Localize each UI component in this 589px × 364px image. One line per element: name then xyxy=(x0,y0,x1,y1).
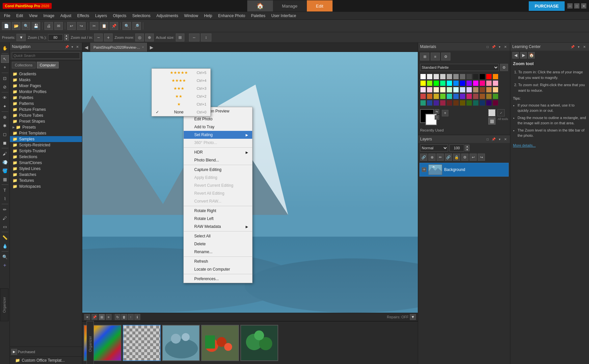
layer-tool-6[interactable]: ⚙ xyxy=(461,154,469,161)
layer-tool-8[interactable]: ↪ xyxy=(478,154,485,161)
shape-tool[interactable]: ▭ xyxy=(1,223,9,231)
tree-item-styled-lines[interactable]: 📁Styled Lines xyxy=(10,166,82,172)
swatch-white[interactable] xyxy=(420,74,426,80)
actual-size-btn[interactable]: ⊞ xyxy=(176,34,184,41)
menu-item-view[interactable]: View xyxy=(26,12,40,19)
swatch-lt-gray3[interactable] xyxy=(440,74,446,80)
ctx-preferences[interactable]: Preferences... xyxy=(184,275,252,283)
rating-1-star[interactable]: ★ Ctrl+1 xyxy=(152,100,210,108)
undo-button[interactable]: ↩ xyxy=(67,22,76,30)
swatch-gray2[interactable] xyxy=(453,74,459,80)
nav-options-button[interactable]: ▾ xyxy=(69,44,75,49)
color-dropper[interactable]: 💧 xyxy=(1,242,9,250)
zoom-less-btn[interactable]: ⊕ xyxy=(145,34,154,41)
ctx-raw-metadata[interactable]: RAW Metadata ▶ xyxy=(184,223,252,231)
tree-item-swatches[interactable]: 📁Swatches xyxy=(10,172,82,178)
lc-options-button[interactable]: ▾ xyxy=(576,44,581,49)
mat-pin-button[interactable]: 📌 xyxy=(491,44,496,49)
menu-item-enhance-photo[interactable]: Enhance Photo xyxy=(216,12,248,19)
nav-pin-button[interactable]: 📌 xyxy=(64,44,69,49)
all-tools-btn[interactable]: ✓ xyxy=(497,109,505,116)
swatch-red[interactable] xyxy=(486,74,492,80)
zoom-tool[interactable]: 🔍 xyxy=(1,253,9,261)
swatch-magenta[interactable] xyxy=(473,80,479,86)
layer-visibility-icon[interactable]: 👁 xyxy=(422,167,426,172)
menu-item-window[interactable]: Window xyxy=(181,12,201,19)
open-button[interactable]: 📂 xyxy=(12,22,20,30)
computer-tab[interactable]: Computer xyxy=(37,62,59,68)
gradient-btn[interactable]: ▦ xyxy=(488,117,495,125)
swatch-cyan[interactable] xyxy=(446,80,452,86)
swatch-vlt-pink[interactable] xyxy=(420,87,426,93)
paint-bucket-tool[interactable]: 🪣 xyxy=(1,167,9,175)
swap-colors-btn[interactable]: ⇆ xyxy=(435,109,439,114)
ctx-rotate-right[interactable]: Rotate Right xyxy=(184,207,252,215)
swatch-lt-purple[interactable] xyxy=(466,87,472,93)
eraser-tool[interactable]: ◻ xyxy=(1,130,9,138)
swatch-lt-blue[interactable] xyxy=(460,87,466,93)
tree-item-scripts-restricted[interactable]: 📁Scripts-Restricted xyxy=(10,142,82,148)
tree-item-scripts-trusted[interactable]: 📁Scripts-Trusted xyxy=(10,148,82,154)
zoom-down-button[interactable]: ▼ xyxy=(64,37,69,41)
tree-item-picture-frames[interactable]: 📁Picture Frames xyxy=(10,107,82,112)
rating-none[interactable]: ✓ None Ctrl+0 xyxy=(152,108,210,116)
fit-height-btn[interactable]: ↕ xyxy=(201,34,211,41)
rating-5-stars[interactable]: ★★★★★ Ctrl+5 xyxy=(152,69,210,77)
lc-back-button[interactable]: ◀ xyxy=(512,52,519,59)
organizer-tab[interactable]: Organizer xyxy=(0,288,9,321)
clone-tool[interactable]: ⊕ xyxy=(1,113,9,121)
mat-view-btn1[interactable]: ⊞ xyxy=(420,53,429,61)
swatch-lt-yellow[interactable] xyxy=(440,87,446,93)
swatch-yellow-green[interactable] xyxy=(427,80,433,86)
layers-close-button[interactable]: ✕ xyxy=(503,136,508,142)
menu-item-adjustments[interactable]: Adjustments xyxy=(154,12,181,19)
menu-item-edit[interactable]: Edit xyxy=(13,12,26,19)
swatch-lt-gray1[interactable] xyxy=(427,74,433,80)
rating-3-stars[interactable]: ★★★ Ctrl+3 xyxy=(152,85,210,92)
ctx-capture-editing[interactable]: Capture Editing xyxy=(184,166,252,174)
swatch-black[interactable] xyxy=(479,74,485,80)
redo-button[interactable]: ↪ xyxy=(77,22,86,30)
tree-item-preset-shapes[interactable]: 📁Preset Shapes xyxy=(10,118,82,124)
measure-tool[interactable]: 📏 xyxy=(1,233,9,241)
swatch-gold[interactable] xyxy=(433,93,439,99)
collections-tab[interactable]: Collections xyxy=(12,62,36,68)
swatch-orange[interactable] xyxy=(493,74,498,80)
layer-tool-2[interactable]: ⊕ xyxy=(428,154,436,161)
swatch-lt-gray2[interactable] xyxy=(433,74,439,80)
blend-mode-select[interactable]: Normal Multiply Screen xyxy=(420,144,448,152)
cut-button[interactable]: ✂ xyxy=(90,22,98,30)
pen-tool[interactable]: 🖊 xyxy=(1,214,9,222)
swatch-dark-rose[interactable] xyxy=(466,93,472,99)
swatch-hot-pink[interactable] xyxy=(479,80,485,86)
swatch-teal[interactable] xyxy=(446,93,452,99)
paintbrush-tool[interactable]: 🖌 xyxy=(1,150,9,158)
lasso-tool[interactable]: ⌖ xyxy=(1,63,9,71)
swatch-sky-blue[interactable] xyxy=(453,80,459,86)
zoom-out-button[interactable]: 🔎 xyxy=(132,22,141,30)
nav-close-button[interactable]: ✕ xyxy=(75,44,80,49)
crop-tool[interactable]: ⊡ xyxy=(1,74,9,82)
retouch-tool[interactable]: ✱ xyxy=(1,122,9,130)
ctx-refresh[interactable]: Refresh xyxy=(184,257,252,265)
opacity-up-btn[interactable]: ▲ xyxy=(465,145,469,148)
swatch-violet[interactable] xyxy=(460,93,466,99)
swatch-rust[interactable] xyxy=(427,93,433,99)
swatch-dk-gray1[interactable] xyxy=(466,74,472,80)
swatch-lime[interactable] xyxy=(440,93,446,99)
print-button[interactable]: 🖨 xyxy=(44,22,53,30)
mat-view-btn2[interactable]: ≡ xyxy=(431,53,440,61)
ctx-set-rating[interactable]: Set Rating ▶ xyxy=(184,131,252,139)
ctx-locate-on-computer[interactable]: Locate on Computer xyxy=(184,265,252,273)
swatch-dk-gray2[interactable] xyxy=(473,74,479,80)
browse-button[interactable]: 🔍 xyxy=(22,22,30,30)
opacity-down-btn[interactable]: ▼ xyxy=(465,148,469,151)
nav-search-input[interactable] xyxy=(12,52,80,59)
zoom-input[interactable] xyxy=(48,34,63,41)
swatch-dk-rust[interactable] xyxy=(453,100,459,106)
zoom-up-button[interactable]: ▲ xyxy=(64,34,69,37)
add-tool[interactable]: + xyxy=(1,261,9,269)
tree-item-samples[interactable]: 📁Samples xyxy=(10,136,82,142)
swatch-dk-wine[interactable] xyxy=(493,100,498,106)
maximize-button[interactable]: □ xyxy=(574,3,579,9)
